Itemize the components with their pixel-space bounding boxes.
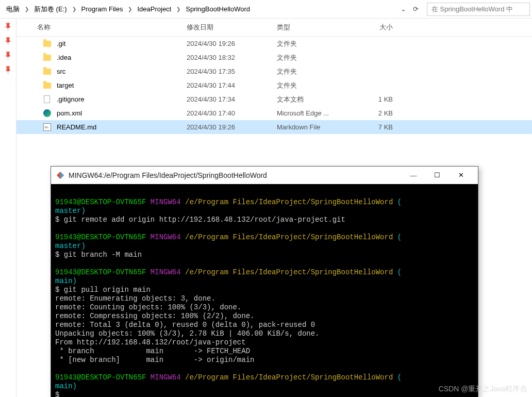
- file-row[interactable]: .git2024/4/30 19:26文件夹: [16, 37, 532, 51]
- terminal-body[interactable]: 91943@DESKTOP-OVTN65F MINGW64 /e/Program…: [51, 184, 478, 397]
- folder-icon: [42, 39, 52, 48]
- pin-icon[interactable]: 📌: [3, 36, 13, 46]
- file-type: 文件夹: [277, 81, 357, 90]
- address-bar: 电脑❯ 新加卷 (E:)❯ Program Files❯ IdeaProject…: [0, 0, 532, 19]
- maximize-button[interactable]: ☐: [425, 167, 449, 184]
- folder-icon: [42, 53, 52, 62]
- terminal-line: master): [55, 242, 474, 251]
- terminal-title: MINGW64:/e/Program Files/IdeaProject/Spr…: [69, 171, 402, 179]
- svg-marker-1: [60, 172, 64, 179]
- header-name[interactable]: 名称: [16, 23, 187, 32]
- file-row[interactable]: M↓README.md2024/4/30 19:26Markdown File7…: [16, 120, 532, 134]
- edge-icon: [42, 109, 52, 118]
- file-name: pom.xml: [57, 109, 187, 117]
- file-type: 文件夹: [277, 39, 357, 48]
- markdown-icon: M↓: [42, 123, 52, 132]
- mintty-icon: [56, 171, 64, 179]
- terminal-line: * [new branch] main -> origin/main: [55, 356, 474, 365]
- file-size: 1 KB: [357, 95, 403, 103]
- terminal-line: remote: Counting objects: 100% (3/3), do…: [55, 303, 474, 312]
- file-name: src: [57, 68, 187, 75]
- file-name: .git: [57, 40, 187, 47]
- crumb-folder-1[interactable]: Program Files: [77, 0, 127, 18]
- terminal-line: $ git branch -M main: [55, 251, 474, 259]
- terminal-line: remote: Enumerating objects: 3, done.: [55, 294, 474, 303]
- file-date: 2024/4/30 18:32: [187, 54, 277, 61]
- file-type: 文本文档: [277, 95, 357, 104]
- file-name: README.md: [57, 123, 187, 131]
- file-row[interactable]: src2024/4/30 17:35文件夹: [16, 64, 532, 78]
- file-name: .idea: [57, 54, 187, 61]
- file-row[interactable]: target2024/4/30 17:44文件夹: [16, 78, 532, 92]
- file-name: .gitignore: [57, 95, 187, 103]
- dropdown-icon[interactable]: ⌄: [398, 4, 408, 14]
- search-placeholder: 在 SpringBootHelloWord 中: [431, 5, 513, 14]
- file-date: 2024/4/30 17:40: [187, 109, 277, 117]
- folder-icon: [42, 81, 52, 90]
- file-date: 2024/4/30 19:26: [187, 123, 277, 131]
- crumb-folder-3[interactable]: SpringBootHelloWord: [181, 0, 254, 18]
- search-input[interactable]: 在 SpringBootHelloWord 中: [427, 3, 530, 16]
- pin-icon[interactable]: 📌: [3, 64, 13, 75]
- file-size: 7 KB: [357, 123, 403, 131]
- terminal-line: remote: Total 3 (delta 0), reused 0 (del…: [55, 321, 474, 329]
- file-name: target: [57, 81, 187, 89]
- crumb-folder-2[interactable]: IdeaProject: [133, 0, 175, 18]
- folder-icon: [42, 67, 52, 76]
- chevron-right-icon: ❯: [71, 6, 77, 12]
- terminal-line: * branch main -> FETCH_HEAD: [55, 347, 474, 356]
- file-type: Microsoft Edge ...: [277, 109, 357, 117]
- chevron-right-icon: ❯: [24, 6, 30, 12]
- file-row[interactable]: pom.xml2024/4/30 17:40Microsoft Edge ...…: [16, 106, 532, 120]
- file-date: 2024/4/30 17:34: [187, 95, 277, 103]
- crumb-drive[interactable]: 新加卷 (E:): [30, 0, 71, 18]
- minimize-button[interactable]: —: [402, 167, 425, 184]
- quick-access-rail: 📌 📌 📌 📌: [0, 19, 16, 397]
- terminal-line: $ git remote add origin http://192.168.4…: [55, 216, 474, 224]
- terminal-line: main): [55, 277, 474, 286]
- terminal-line: From http://192.168.48.132/root/java-pro…: [55, 338, 474, 347]
- file-row[interactable]: .gitignore2024/4/30 17:34文本文档1 KB: [16, 92, 532, 106]
- header-size[interactable]: 大小: [357, 23, 403, 32]
- terminal-line: master): [55, 207, 474, 216]
- terminal-line: 91943@DESKTOP-OVTN65F MINGW64 /e/Program…: [55, 233, 474, 242]
- terminal-line: 91943@DESKTOP-OVTN65F MINGW64 /e/Program…: [55, 189, 474, 207]
- close-button[interactable]: ✕: [449, 167, 473, 184]
- refresh-icon[interactable]: ⟳: [410, 4, 421, 14]
- header-type[interactable]: 类型: [277, 23, 357, 32]
- crumb-root[interactable]: 电脑: [2, 0, 24, 18]
- file-type: 文件夹: [277, 53, 357, 62]
- terminal-line: remote: Compressing objects: 100% (2/2),…: [55, 312, 474, 321]
- file-date: 2024/4/30 17:35: [187, 68, 277, 75]
- header-date[interactable]: 修改日期: [187, 23, 277, 32]
- terminal-line: $ git pull origin main: [55, 286, 474, 294]
- chevron-right-icon: ❯: [175, 6, 181, 12]
- file-date: 2024/4/30 19:26: [187, 40, 277, 47]
- pin-icon[interactable]: 📌: [3, 50, 13, 61]
- pin-icon[interactable]: 📌: [3, 21, 13, 32]
- file-row[interactable]: .idea2024/4/30 18:32文件夹: [16, 51, 532, 64]
- terminal-titlebar[interactable]: MINGW64:/e/Program Files/IdeaProject/Spr…: [51, 167, 478, 184]
- file-date: 2024/4/30 17:44: [187, 81, 277, 89]
- terminal-line: $: [55, 391, 474, 397]
- chevron-right-icon: ❯: [127, 6, 133, 12]
- watermark: CSDN @重开之Java程序员: [439, 385, 527, 394]
- file-type: 文件夹: [277, 67, 357, 76]
- terminal-line: main): [55, 382, 474, 391]
- terminal-line: 91943@DESKTOP-OVTN65F MINGW64 /e/Program…: [55, 268, 474, 277]
- terminal-line: 91943@DESKTOP-OVTN65F MINGW64 /e/Program…: [55, 373, 474, 382]
- text-file-icon: [42, 95, 52, 104]
- breadcrumb[interactable]: 电脑❯ 新加卷 (E:)❯ Program Files❯ IdeaProject…: [2, 0, 396, 18]
- terminal-window: MINGW64:/e/Program Files/IdeaProject/Spr…: [51, 166, 478, 397]
- column-headers: 名称 修改日期 类型 大小: [16, 19, 532, 37]
- file-type: Markdown File: [277, 123, 357, 131]
- terminal-line: Unpacking objects: 100% (3/3), 2.78 KiB …: [55, 329, 474, 338]
- file-size: 2 KB: [357, 109, 403, 117]
